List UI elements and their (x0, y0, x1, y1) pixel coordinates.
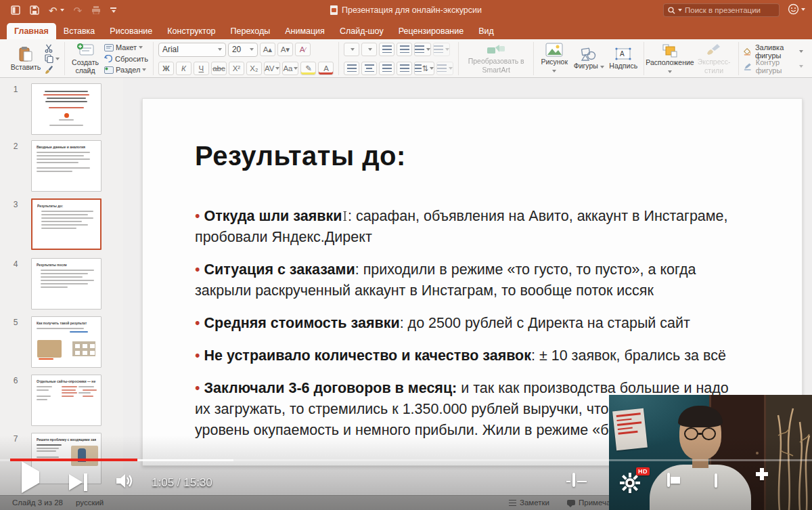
section-icon (104, 66, 114, 74)
font-name-select[interactable]: Arial (158, 43, 226, 57)
hd-badge: HD (636, 467, 650, 475)
text-direction-button[interactable]: ⇅ (414, 62, 434, 75)
bullet-dot-icon: • (195, 347, 200, 364)
slide-number: 6 (0, 375, 31, 426)
align-right-button[interactable] (379, 62, 394, 75)
scissors-icon (45, 44, 53, 53)
tab-slideshow[interactable]: Слайд-шоу (332, 23, 391, 39)
slide-thumbnail-4[interactable]: 4 Результаты после (0, 258, 123, 310)
glasses-icon (684, 427, 716, 440)
paint-bucket-icon (744, 47, 751, 56)
slide-panel[interactable]: 1 2 (0, 78, 123, 510)
search-input[interactable]: Поиск в презентации (663, 3, 780, 17)
tab-home[interactable]: Главная (7, 23, 56, 39)
picture-button[interactable]: Рисунок (539, 43, 570, 74)
textbox-button[interactable]: A Надпись (608, 47, 639, 70)
feedback-button[interactable] (788, 3, 805, 15)
print-icon[interactable] (91, 6, 101, 14)
slide-title[interactable]: Результаты до: (195, 141, 406, 171)
copy-button[interactable] (45, 54, 60, 64)
tab-design[interactable]: Конструктор (160, 23, 223, 39)
font-color-button[interactable]: A (318, 62, 334, 75)
toolbar-options-icon[interactable] (110, 7, 116, 13)
shape-outline-button[interactable]: Контур фигуры (744, 59, 803, 74)
theater-button[interactable] (715, 475, 717, 487)
align-left-button[interactable] (344, 62, 359, 75)
section-button[interactable]: Раздел (104, 65, 148, 75)
reset-button[interactable]: Сбросить (104, 54, 148, 64)
play-button[interactable] (22, 471, 39, 484)
smartart-icon (486, 43, 506, 56)
arrange-button[interactable]: Расположение (649, 43, 690, 75)
ribbon: Вставить Создать слайд Макет Сбросить Ра… (0, 39, 812, 78)
slides-group: Создать слайд Макет Сбросить Раздел (65, 42, 154, 75)
layout-button[interactable]: Макет (104, 43, 148, 53)
strikethrough-button[interactable]: abc (211, 62, 227, 75)
bold-button[interactable]: Ж (158, 62, 174, 75)
increase-font-button[interactable]: A▴ (260, 43, 275, 56)
sidebar-toggle-icon[interactable] (11, 5, 20, 15)
quick-access-toolbar: ↶ ↷ (11, 5, 116, 16)
numbered-list-button[interactable] (361, 43, 377, 56)
subtitles-button[interactable] (572, 474, 575, 486)
new-slide-button[interactable]: Создать слайд (70, 43, 101, 75)
next-button[interactable] (69, 473, 87, 491)
line-spacing-button[interactable] (414, 43, 431, 56)
settings-button[interactable]: HD (620, 473, 640, 496)
font-size-select[interactable]: 20 (228, 43, 258, 57)
slide-thumbnail-2[interactable]: 2 Вводные данные и аналогия (0, 140, 123, 192)
paintbrush-icon (45, 65, 53, 74)
tab-view[interactable]: Вид (471, 23, 501, 39)
volume-button[interactable] (115, 473, 134, 492)
slide-number: 2 (0, 140, 31, 192)
person-head (679, 408, 721, 460)
shape-fill-button[interactable]: Заливка фигуры (744, 44, 803, 59)
next-icon (69, 474, 83, 490)
superscript-button[interactable]: X² (229, 62, 244, 75)
justify-button[interactable] (397, 62, 412, 75)
align-center-button[interactable] (361, 62, 377, 75)
underline-button[interactable]: Ч (194, 62, 209, 75)
italic-button[interactable]: К (176, 62, 191, 75)
quick-styles-button[interactable]: Экспресс-стили (694, 43, 734, 74)
new-slide-icon (76, 43, 94, 58)
search-scope-chevron-icon (678, 9, 682, 12)
miniplayer-button[interactable] (667, 474, 670, 486)
change-case-button[interactable]: Aa (282, 62, 298, 75)
slide-thumbnail-1[interactable]: 1 (0, 83, 123, 135)
tab-transitions[interactable]: Переходы (223, 23, 278, 39)
character-spacing-button[interactable]: AV (264, 62, 281, 75)
bullet-list-button[interactable] (344, 43, 359, 56)
subscript-button[interactable]: X₂ (246, 62, 262, 75)
subtitles-icon (572, 473, 575, 487)
undo-button[interactable]: ↶ (49, 5, 64, 16)
save-icon[interactable] (30, 5, 39, 15)
paragraph-group: ⇅ (339, 42, 459, 75)
redo-button[interactable]: ↷ (74, 5, 83, 16)
tab-animations[interactable]: Анимация (277, 23, 332, 39)
clear-formatting-button[interactable]: A⁄ (295, 43, 311, 56)
text-cursor: I (343, 206, 347, 227)
columns-button[interactable] (433, 43, 450, 56)
tab-review[interactable]: Рецензирование (391, 23, 472, 39)
shapes-button[interactable]: Фигуры (573, 47, 604, 70)
increase-indent-button[interactable] (397, 43, 412, 56)
logo-dot (64, 113, 69, 118)
paste-button[interactable]: Вставить (10, 46, 41, 72)
slide-thumbnail-3-selected[interactable]: 3 Результаты до: (0, 198, 123, 250)
decrease-indent-button[interactable] (379, 43, 394, 56)
smartart-button[interactable]: Преобразовать в SmartArt (464, 43, 528, 73)
copy-icon (45, 54, 53, 63)
cut-button[interactable] (45, 43, 60, 54)
slide-thumbnail-5[interactable]: 5 Как получить такой результат (0, 316, 123, 368)
tab-draw[interactable]: Рисование (102, 23, 160, 39)
video-progress-bar[interactable] (0, 459, 812, 461)
bullet-item: •Средняя стоимость заявки: до 2500 рубле… (195, 313, 740, 334)
format-painter-button[interactable] (45, 64, 60, 75)
clipboard-icon (18, 46, 33, 62)
slide-thumbnail-6[interactable]: 6 Отдельные сайты-опросники — не работаю… (0, 375, 123, 426)
tab-insert[interactable]: Вставка (56, 23, 102, 39)
align-text-button[interactable] (436, 62, 453, 75)
highlight-color-button[interactable]: ✎ (300, 62, 316, 75)
decrease-font-button[interactable]: A▾ (277, 43, 293, 56)
